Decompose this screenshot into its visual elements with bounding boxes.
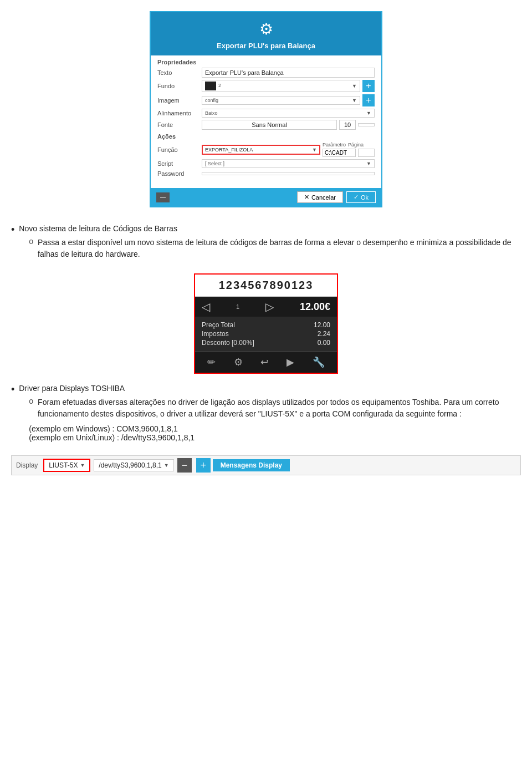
- chevron-down-icon: ▼: [352, 83, 357, 89]
- chevron-down-icon: ▼: [366, 161, 371, 166]
- fonte-style[interactable]: [358, 123, 375, 126]
- texto-row: Texto Exportar PLU's para Balança: [157, 68, 375, 78]
- nav-page: 1: [236, 303, 239, 310]
- footer-left: —: [156, 192, 170, 202]
- dialog-header: ⚙ Exportar PLU's para Balança: [151, 12, 381, 55]
- nav-left-arrow[interactable]: ◁: [202, 300, 210, 313]
- alinhamento-row: Alinhamento Baixo ▼: [157, 109, 375, 118]
- play-icon[interactable]: ▶: [287, 356, 294, 368]
- impostos-label: Impostos: [202, 330, 229, 338]
- barcode-nav: ◁ 1 ▷ 12.00€: [195, 297, 337, 317]
- funcao-row: Função EXPORTA_FILIZOLA ▼ Parâmetro Pági…: [157, 142, 375, 157]
- imagem-label: Imagem: [157, 97, 202, 104]
- pagina-header-label: Página: [348, 142, 364, 148]
- fonte-row: Fonte Sans Normal 10: [157, 120, 375, 130]
- examples: (exemplo em Windows) : COM3,9600,1,8,1 (…: [29, 424, 521, 442]
- script-row: Script [ Select ] ▼: [157, 159, 375, 168]
- undo-icon[interactable]: ↩: [260, 356, 269, 368]
- chevron-down-icon: ▼: [366, 110, 371, 116]
- bullet-dot-2: •: [11, 383, 14, 397]
- chevron-down-icon: ▼: [312, 147, 317, 153]
- parametro-input[interactable]: [323, 149, 356, 157]
- display-minus-button[interactable]: −: [177, 458, 192, 473]
- wrench-icon[interactable]: 🔧: [313, 356, 325, 368]
- driver-bullet-list: • Driver para Displays TOSHIBA o Foram e…: [11, 383, 521, 444]
- example-unix: (exemplo em Unix/Linux) : /dev/ttyS3,960…: [29, 433, 521, 442]
- gear-icon: ⚙: [259, 20, 273, 38]
- pen-icon[interactable]: ✏: [207, 356, 216, 368]
- alinhamento-select[interactable]: Baixo ▼: [202, 109, 375, 118]
- example-windows: (exemplo em Windows) : COM3,9600,1,8,1: [29, 424, 521, 433]
- display-select-value: LIUST-5X: [49, 461, 78, 469]
- imagem-select[interactable]: config ▼: [202, 96, 360, 105]
- script-label: Script: [157, 160, 202, 167]
- imagem-plus-button[interactable]: +: [362, 94, 375, 106]
- password-row: Password: [157, 170, 375, 177]
- dialog-title: Exportar PLU's para Balança: [217, 42, 315, 50]
- imagem-row: Imagem config ▼ +: [157, 94, 375, 106]
- param-inputs: [323, 149, 375, 157]
- sub-item-2: o Foram efetuadas diversas alterações no…: [29, 397, 521, 420]
- display-messages-button[interactable]: Mensagens Display: [213, 459, 290, 471]
- display-select[interactable]: LIUST-5X ▼: [43, 459, 90, 472]
- bullet-dot-1: •: [11, 223, 14, 237]
- bullet-item-2: • Driver para Displays TOSHIBA o Foram e…: [11, 383, 521, 444]
- acoes-section-label: Ações: [157, 133, 375, 140]
- password-label: Password: [157, 170, 202, 177]
- x-icon: ✕: [304, 194, 309, 201]
- nav-price: 12.00€: [300, 301, 330, 313]
- chevron-down-icon: ▼: [80, 463, 85, 468]
- sub-list-2: o Foram efetuadas diversas alterações no…: [29, 397, 521, 420]
- funcao-select[interactable]: EXPORTA_FILIZOLA ▼: [202, 145, 320, 155]
- bullet-item-1: • Novo sistema de leitura de Códigos de …: [11, 223, 521, 262]
- fonte-size[interactable]: 10: [339, 120, 356, 130]
- barcode-widget: 1234567890123 ◁ 1 ▷ 12.00€ Preço Total 1…: [194, 273, 338, 374]
- sub-bullet-2: o: [29, 397, 33, 405]
- funcao-controls: EXPORTA_FILIZOLA ▼ Parâmetro Página: [202, 142, 375, 157]
- ok-button[interactable]: ✓ Ok: [346, 191, 376, 203]
- sub-item-1: o Passa a estar disponível um novo siste…: [29, 237, 521, 260]
- funcao-value: EXPORTA_FILIZOLA: [205, 147, 253, 153]
- fundo-select[interactable]: 2 ▼: [202, 80, 360, 92]
- texto-value[interactable]: Exportar PLU's para Balança: [202, 68, 375, 78]
- fundo-color-swatch: [205, 82, 216, 90]
- cancel-label: Cancelar: [311, 194, 336, 201]
- check-icon: ✓: [354, 194, 359, 201]
- sub-bullet-1: o: [29, 237, 33, 246]
- fundo-select-value: 2: [218, 83, 221, 88]
- dialog-footer: — ✕ Cancelar ✓ Ok: [151, 188, 381, 206]
- dialog-body: Propriedades Texto Exportar PLU's para B…: [151, 59, 381, 184]
- password-input[interactable]: [202, 172, 375, 175]
- script-value: [ Select ]: [205, 161, 224, 166]
- bullet-2-text: Driver para Displays TOSHIBA: [19, 384, 125, 393]
- fundo-plus-button[interactable]: +: [362, 80, 375, 92]
- display-port[interactable]: /dev/ttyS3,9600,1,8,1 ▼: [94, 459, 173, 471]
- pagina-input[interactable]: [358, 149, 375, 157]
- impostos-row: Impostos 2.24: [202, 330, 330, 338]
- display-plus-button[interactable]: +: [196, 458, 211, 473]
- script-select[interactable]: [ Select ] ▼: [202, 159, 375, 168]
- bullet-1-text: Novo sistema de leitura de Códigos de Ba…: [19, 224, 177, 233]
- content-section: • Novo sistema de leitura de Códigos de …: [11, 223, 521, 262]
- alinhamento-label: Alinhamento: [157, 110, 202, 116]
- funcao-label: Função: [157, 146, 202, 153]
- parametro-header-label: Parâmetro: [323, 142, 346, 148]
- display-bar: Display LIUST-5X ▼ /dev/ttyS3,9600,1,8,1…: [11, 455, 521, 475]
- sub-text-1: Passa a estar disponível um novo sistema…: [38, 237, 521, 260]
- chevron-down-icon: ▼: [164, 463, 169, 468]
- fonte-name[interactable]: Sans Normal: [202, 120, 337, 130]
- font-controls: Sans Normal 10: [202, 120, 375, 130]
- minimize-button[interactable]: —: [156, 192, 170, 202]
- fundo-label: Fundo: [157, 83, 202, 89]
- cancel-button[interactable]: ✕ Cancelar: [297, 191, 343, 203]
- imagem-value: config: [205, 98, 218, 103]
- impostos-value: 2.24: [318, 330, 330, 338]
- barcode-container: 1234567890123 ◁ 1 ▷ 12.00€ Preço Total 1…: [11, 273, 521, 374]
- bullet-2-content: Driver para Displays TOSHIBA o Foram efe…: [19, 383, 521, 444]
- nav-right-arrow[interactable]: ▷: [265, 300, 274, 313]
- settings-icon[interactable]: ⚙: [234, 356, 243, 368]
- driver-section: • Driver para Displays TOSHIBA o Foram e…: [11, 383, 521, 444]
- chevron-down-icon: ▼: [352, 98, 357, 103]
- main-bullet-list: • Novo sistema de leitura de Códigos de …: [11, 223, 521, 262]
- fundo-row: Fundo 2 ▼ +: [157, 80, 375, 92]
